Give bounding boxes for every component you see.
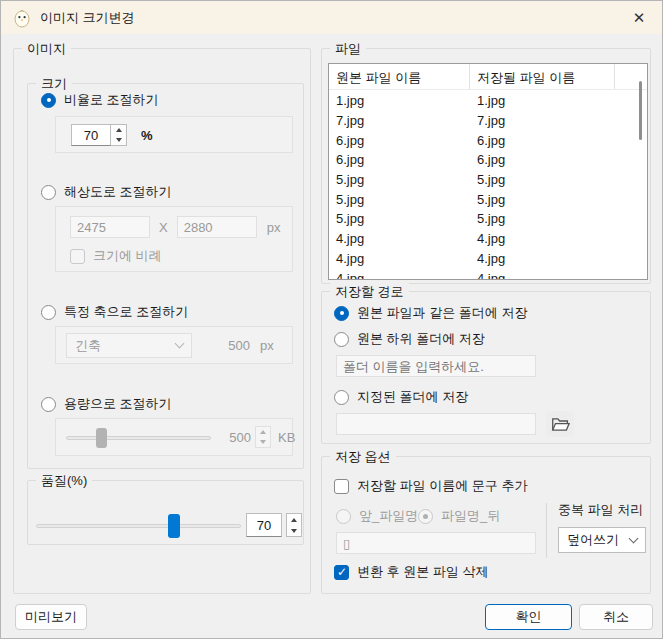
capacity-spinner — [255, 426, 271, 448]
capacity-label: 용량으로 조절하기 — [64, 395, 172, 413]
ratio-unit: % — [141, 128, 153, 143]
resolution-width-field: 2475 — [70, 216, 150, 238]
table-row[interactable]: 6.jpg 6.jpg — [329, 130, 647, 150]
file-rows: 1.jpg 1.jpg 7.jpg 7.jpg 6.jpg 6.jpg — [329, 91, 647, 279]
ok-button[interactable]: 확인 — [485, 604, 572, 630]
table-row[interactable]: 4.jpg 4.jpg — [329, 249, 647, 269]
ratio-spinner[interactable] — [111, 124, 127, 146]
prefix-label: 앞_파일명 — [359, 507, 418, 525]
close-button[interactable]: ✕ — [616, 1, 662, 34]
spin-down-icon[interactable] — [116, 138, 122, 142]
quality-value-field[interactable]: 70 — [246, 513, 282, 537]
table-row[interactable]: 4.jpg 4.jpg — [329, 268, 647, 279]
sub-folder-radio-row[interactable]: 원본 하위 폴더에 저장 — [334, 330, 485, 348]
suffix-radio-row: 파일명_뒤 — [418, 507, 500, 525]
duplicate-dropdown-value: 덮어쓰기 — [567, 531, 619, 549]
size-group: 크기 비율로 조절하기 70 % 해상도로 조절하기 — [27, 83, 304, 469]
capacity-radio-row[interactable]: 용량으로 조절하기 — [41, 395, 172, 413]
quality-group: 품질(%) 70 — [27, 480, 304, 545]
axis-panel: 긴축 500 px — [55, 326, 293, 364]
column-original-name[interactable]: 원본 파일 이름 — [329, 64, 470, 89]
table-row[interactable]: 5.jpg 5.jpg — [329, 189, 647, 209]
quality-slider-thumb[interactable] — [168, 514, 180, 538]
resolution-label: 해상도로 조절하기 — [64, 183, 172, 201]
spin-up-icon[interactable] — [116, 128, 122, 132]
files-group: 파일 원본 파일 이름 저장될 파일 이름 1.jpg 1.jpg 7.jpg … — [321, 48, 651, 284]
table-row[interactable]: 7.jpg 7.jpg — [329, 111, 647, 131]
save-options-group: 저장 옵션 저장할 파일 이름에 문구 추가 앞_파일명 파일명_뒤 중복 파일… — [321, 456, 651, 594]
resolution-height-field: 2880 — [177, 216, 257, 238]
table-row[interactable]: 5.jpg 5.jpg — [329, 170, 647, 190]
column-saved-name[interactable]: 저장될 파일 이름 — [470, 64, 615, 89]
prefix-radio — [336, 509, 351, 524]
axis-radio-row[interactable]: 특정 축으로 조절하기 — [41, 303, 188, 321]
ratio-value-field[interactable]: 70 — [71, 124, 111, 146]
ratio-panel: 70 % — [55, 116, 293, 153]
suffix-label: 파일명_뒤 — [441, 507, 500, 525]
axis-dropdown: 긴축 — [66, 333, 192, 358]
app-egg-icon — [12, 8, 32, 28]
spin-down-icon[interactable] — [291, 529, 297, 533]
axis-unit: px — [260, 338, 274, 353]
files-group-label: 파일 — [330, 40, 366, 58]
prefix-radio-row: 앞_파일명 — [336, 507, 418, 525]
capacity-unit: KB — [278, 430, 295, 445]
add-text-label: 저장할 파일 이름에 문구 추가 — [357, 477, 527, 495]
save-path-group: 저장할 경로 원본 파일과 같은 폴더에 저장 원본 하위 폴더에 저장 지정된… — [321, 291, 651, 444]
ratio-radio[interactable] — [41, 93, 56, 108]
ratio-radio-row[interactable]: 비율로 조절하기 — [41, 91, 159, 109]
same-folder-radio[interactable] — [334, 306, 349, 321]
delete-original-checkbox-row[interactable]: 변환 후 원본 파일 삭제 — [334, 563, 488, 581]
save-options-group-label: 저장 옵션 — [330, 448, 396, 466]
table-row[interactable]: 4.jpg 4.jpg — [329, 229, 647, 249]
capacity-slider-thumb — [96, 428, 107, 448]
chevron-down-icon — [175, 339, 185, 349]
quality-slider-track[interactable] — [36, 524, 241, 528]
resolution-panel: 2475 X 2880 px 크기에 비례 — [55, 206, 293, 272]
quality-spinner[interactable] — [286, 513, 302, 537]
resolution-radio-row[interactable]: 해상도로 조절하기 — [41, 183, 172, 201]
quality-group-label: 품질(%) — [36, 472, 92, 490]
delete-original-checkbox[interactable] — [334, 565, 349, 580]
sub-folder-name-input — [336, 355, 536, 377]
resize-dialog: 이미지 크기변경 ✕ 이미지 크기 비율로 조절하기 70 % — [0, 0, 663, 639]
file-table[interactable]: 원본 파일 이름 저장될 파일 이름 1.jpg 1.jpg 7.jpg 7.j… — [328, 63, 648, 280]
duplicate-dropdown[interactable]: 덮어쓰기 — [558, 527, 646, 553]
duplicate-handling-label: 중복 파일 처리 — [558, 501, 643, 519]
resolution-x-separator: X — [159, 220, 168, 235]
designated-folder-label: 지정된 폴더에 저장 — [357, 388, 468, 406]
spin-up-icon[interactable] — [291, 518, 297, 522]
axis-label: 특정 축으로 조절하기 — [64, 303, 188, 321]
table-row[interactable]: 1.jpg 1.jpg — [329, 91, 647, 111]
designated-folder-radio-row[interactable]: 지정된 폴더에 저장 — [334, 388, 468, 406]
file-list-scrollbar[interactable] — [639, 81, 642, 140]
add-text-checkbox[interactable] — [334, 479, 349, 494]
file-table-header[interactable]: 원본 파일 이름 저장될 파일 이름 — [329, 64, 647, 90]
axis-radio[interactable] — [41, 305, 56, 320]
same-folder-radio-row[interactable]: 원본 파일과 같은 폴더에 저장 — [334, 304, 527, 322]
proportional-checkbox — [70, 249, 85, 264]
title-bar: 이미지 크기변경 ✕ — [1, 1, 662, 34]
ratio-label: 비율로 조절하기 — [64, 91, 159, 109]
add-text-input — [336, 532, 536, 554]
delete-original-label: 변환 후 원본 파일 삭제 — [357, 563, 488, 581]
resolution-radio[interactable] — [41, 185, 56, 200]
preview-button[interactable]: 미리보기 — [15, 604, 87, 630]
image-group: 이미지 크기 비율로 조절하기 70 % — [13, 48, 311, 594]
open-folder-icon — [551, 416, 570, 432]
capacity-radio[interactable] — [41, 397, 56, 412]
capacity-panel: 500 KB — [55, 418, 293, 456]
proportional-label: 크기에 비례 — [93, 247, 162, 265]
designated-folder-radio[interactable] — [334, 390, 349, 405]
cancel-button[interactable]: 취소 — [579, 604, 653, 630]
suffix-radio — [418, 509, 433, 524]
table-row[interactable]: 6.jpg 6.jpg — [329, 150, 647, 170]
axis-dropdown-value: 긴축 — [75, 337, 101, 355]
add-text-checkbox-row[interactable]: 저장할 파일 이름에 문구 추가 — [334, 477, 527, 495]
capacity-value: 500 — [221, 430, 251, 445]
sub-folder-radio[interactable] — [334, 332, 349, 347]
browse-folder-button[interactable] — [546, 411, 574, 437]
image-group-label: 이미지 — [22, 40, 71, 58]
options-divider — [546, 503, 547, 558]
table-row[interactable]: 5.jpg 5.jpg — [329, 209, 647, 229]
